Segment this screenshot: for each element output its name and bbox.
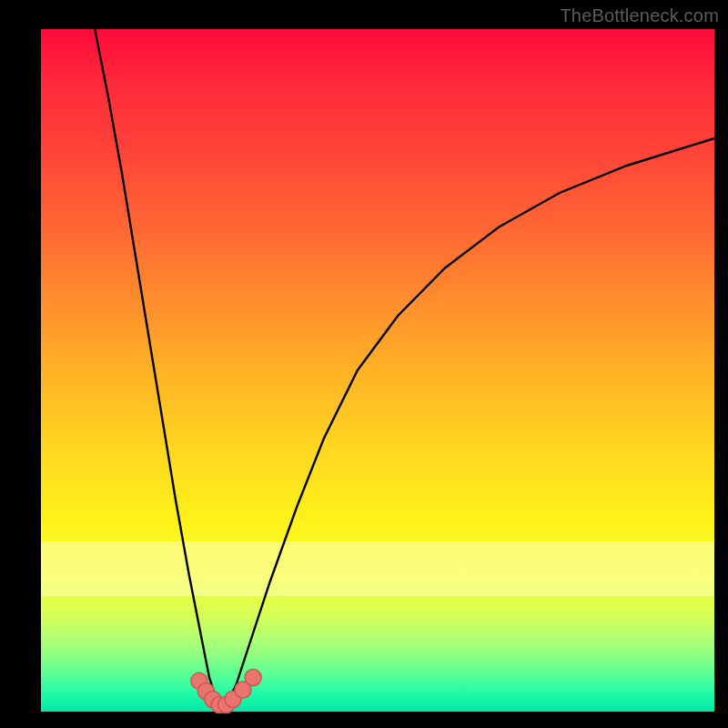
highlight-dots [191, 670, 261, 713]
plot-area [41, 29, 714, 712]
highlight-dot [245, 670, 261, 686]
curve-right-branch [223, 138, 714, 712]
curve-layer [41, 29, 714, 712]
curve-left-branch [95, 29, 223, 712]
chart-frame: TheBottleneck.com [0, 0, 728, 728]
attribution-watermark: TheBottleneck.com [560, 5, 719, 26]
